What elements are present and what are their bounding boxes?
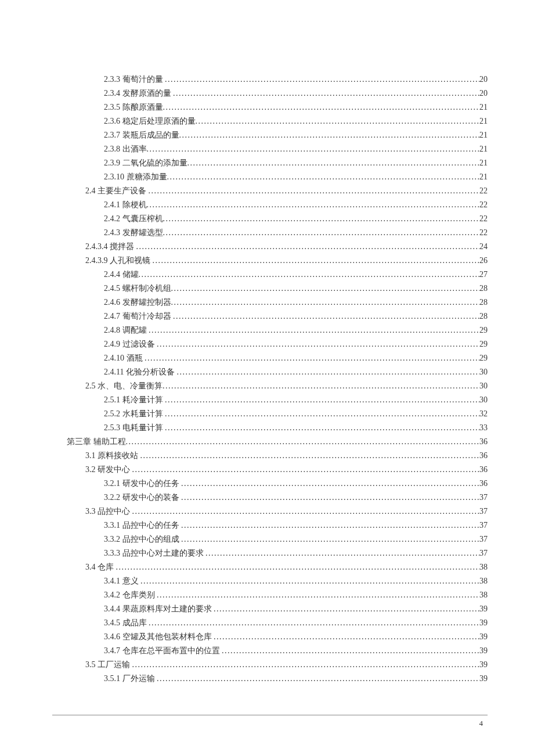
toc-leader-dots: ........................................… <box>163 226 480 240</box>
toc-leader-dots: ........................................… <box>147 142 480 156</box>
toc-leader-dots: ........................................… <box>157 337 479 351</box>
toc-leader-dots: ........................................… <box>126 435 480 449</box>
toc-entry-page: 20 <box>479 87 488 100</box>
toc-entry: 3.4.4 果蔬原料库对土建的要求 ......................… <box>67 602 488 616</box>
toc-leader-dots: ........................................… <box>116 560 480 574</box>
toc-entry-page: 21 <box>479 114 488 128</box>
toc-leader-dots: ........................................… <box>132 505 480 519</box>
toc-entry: 3.5.1 厂外运输 .............................… <box>67 672 488 686</box>
toc-page: 2.3.3 葡萄汁的量 ............................… <box>0 0 534 721</box>
toc-entry-page: 30 <box>479 379 488 393</box>
toc-entry-label: 3.2 研发中心 <box>85 463 132 477</box>
toc-entry-page: 39 <box>479 644 488 658</box>
toc-entry-page: 37 <box>479 532 488 546</box>
toc-entry-page: 39 <box>479 616 488 630</box>
toc-leader-dots: ........................................… <box>181 519 479 532</box>
toc-entry: 2.3.5 陈酿原酒量.............................… <box>67 100 488 114</box>
toc-entry-page: 21 <box>479 128 488 142</box>
toc-leader-dots: ........................................… <box>214 630 479 644</box>
toc-entry-page: 33 <box>479 421 488 435</box>
toc-entry: 2.4.3.9 人孔和视镜 ..........................… <box>67 254 488 268</box>
toc-entry-label: 3.2.1 研发中心的任务 <box>104 477 181 491</box>
toc-entry-page: 21 <box>479 100 488 114</box>
toc-leader-dots: ........................................… <box>205 546 479 560</box>
toc-leader-dots: ........................................… <box>132 658 480 672</box>
toc-entry: 3.3.1 品控中心的任务 ..........................… <box>67 519 488 532</box>
toc-entry-label: 3.3 品控中心 <box>85 505 132 519</box>
toc-entry: 2.5.2 水耗量计算 ............................… <box>67 407 488 421</box>
toc-entry: 2.3.9 二氧化硫的添加量..........................… <box>67 156 488 170</box>
toc-entry-page: 37 <box>479 546 488 560</box>
toc-entry-page: 30 <box>479 393 488 407</box>
toc-leader-dots: ........................................… <box>163 100 480 114</box>
toc-entry-page: 38 <box>479 560 488 574</box>
toc-entry: 2.3.4 发酵原酒的量 ...........................… <box>67 87 488 100</box>
toc-entry-page: 30 <box>479 365 488 379</box>
toc-leader-dots: ........................................… <box>171 296 480 309</box>
toc-entry-label: 2.4.4 储罐 <box>104 268 139 282</box>
toc-entry: 2.3.8 出酒率...............................… <box>67 142 488 156</box>
toc-leader-dots: ........................................… <box>139 268 480 282</box>
toc-entry-page: 39 <box>479 630 488 644</box>
toc-entry-label: 2.3.5 陈酿原酒量 <box>104 100 163 114</box>
toc-leader-dots: ........................................… <box>196 114 480 128</box>
toc-entry: 2.4.3 发酵罐选型.............................… <box>67 226 488 240</box>
toc-entry-page: 21 <box>479 156 488 170</box>
toc-leader-dots: ........................................… <box>167 170 480 184</box>
toc-leader-dots: ........................................… <box>140 574 479 588</box>
toc-entry: 2.3.3 葡萄汁的量 ............................… <box>67 73 488 87</box>
toc-entry-label: 2.4.10 酒瓶 <box>104 351 145 365</box>
toc-entry-label: 3.4.4 果蔬原料库对土建的要求 <box>104 602 214 616</box>
toc-entry-page: 28 <box>479 282 488 296</box>
toc-entry: 3.2.1 研发中心的任务 ..........................… <box>67 477 488 491</box>
toc-leader-dots: ........................................… <box>149 323 479 337</box>
toc-entry: 3.2 研发中心 ...............................… <box>67 463 488 477</box>
toc-entry-page: 20 <box>479 73 488 87</box>
toc-entry: 2.4.2 气囊压榨机.............................… <box>67 212 488 226</box>
toc-entry-page: 24 <box>479 240 488 254</box>
toc-entry: 3.4.5 成品库 ..............................… <box>67 616 488 630</box>
toc-entry-page: 22 <box>479 212 488 226</box>
toc-entry: 3.4.2 仓库类别 .............................… <box>67 588 488 602</box>
toc-entry-page: 21 <box>479 170 488 184</box>
toc-entry-label: 2.3.3 葡萄汁的量 <box>104 73 165 87</box>
toc-entry-page: 38 <box>479 574 488 588</box>
toc-leader-dots: ........................................… <box>157 672 479 686</box>
toc-leader-dots: ........................................… <box>163 212 480 226</box>
toc-entry: 2.4.4 储罐................................… <box>67 268 488 282</box>
toc-entry-page: 29 <box>479 337 488 351</box>
toc-entry-page: 37 <box>479 505 488 519</box>
toc-entry-label: 3.4.2 仓库类别 <box>104 588 157 602</box>
toc-entry-label: 3.3.3 品控中心对土建的要求 <box>104 546 205 560</box>
toc-leader-dots: ........................................… <box>153 254 480 268</box>
toc-entry-label: 3.3.2 品控中心的组成 <box>104 532 181 546</box>
toc-entry-label: 2.3.10 蔗糖添加量 <box>104 170 167 184</box>
toc-entry-page: 39 <box>479 602 488 616</box>
toc-entry: 3.4.6 空罐及其他包装材料仓库 ......................… <box>67 630 488 644</box>
toc-entry-label: 2.5.2 水耗量计算 <box>104 407 165 421</box>
toc-entry-label: 3.5 工厂运输 <box>85 658 132 672</box>
toc-entry-page: 29 <box>479 351 488 365</box>
toc-leader-dots: ........................................… <box>132 463 480 477</box>
toc-entry-label: 3.2.2 研发中心的装备 <box>104 491 181 505</box>
toc-entry: 2.4.6 发酵罐控制器............................… <box>67 296 488 309</box>
toc-entry-label: 2.3.8 出酒率 <box>104 142 147 156</box>
toc-leader-dots: ........................................… <box>173 87 479 100</box>
toc-entry: 3.4 仓库 .................................… <box>67 560 488 574</box>
toc-entry: 2.4.3.4 搅拌器 ............................… <box>67 240 488 254</box>
toc-leader-dots: ........................................… <box>173 309 479 323</box>
toc-entry: 2.3.10 蔗糖添加量............................… <box>67 170 488 184</box>
toc-entry-label: 2.4.9 过滤设备 <box>104 337 157 351</box>
toc-entry-page: 36 <box>479 463 488 477</box>
toc-leader-dots: ........................................… <box>165 421 479 435</box>
toc-entry-page: 39 <box>479 658 488 672</box>
toc-leader-dots: ........................................… <box>181 532 479 546</box>
toc-entry: 2.4.10 酒瓶 ..............................… <box>67 351 488 365</box>
toc-entry-page: 29 <box>479 323 488 337</box>
toc-entry-page: 26 <box>479 254 488 268</box>
toc-entry: 2.5 水、电、冷量衡算............................… <box>67 379 488 393</box>
toc-entry-label: 2.4.8 调配罐 <box>104 323 149 337</box>
toc-entry-page: 28 <box>479 296 488 309</box>
toc-entry: 3.3 品控中心 ...............................… <box>67 505 488 519</box>
toc-entry: 2.3.6 稳定后处理原酒的量.........................… <box>67 114 488 128</box>
